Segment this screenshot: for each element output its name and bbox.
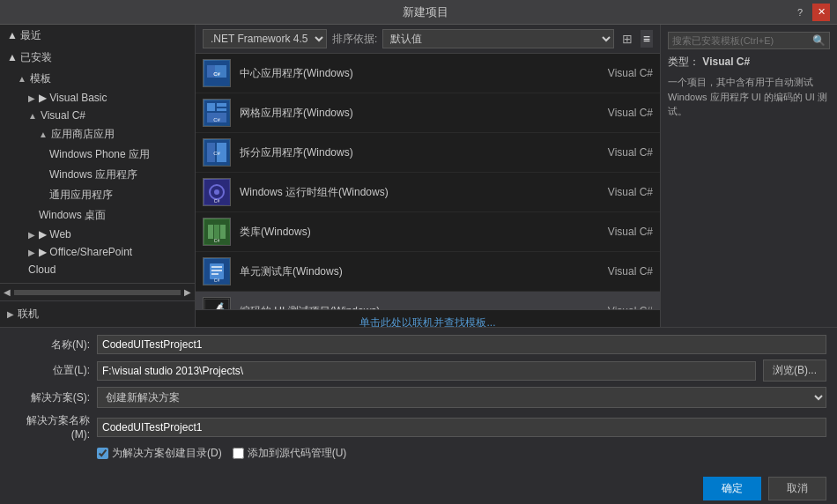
installed-label: ▲ 已安装 — [7, 50, 52, 65]
windows-phone-label: Windows Phone 应用 — [49, 147, 150, 162]
template-item[interactable]: C# 中心应用程序(Windows) Visual C# — [196, 54, 660, 93]
template-lang-1: Visual C# — [608, 107, 653, 119]
template-item[interactable]: C# 单元测试库(Windows) Visual C# — [196, 252, 660, 292]
apps-label: 应用商店应用 — [51, 127, 115, 142]
template-item[interactable]: C# 拆分应用程序(Windows) Visual C# — [196, 133, 660, 173]
svg-text:C#: C# — [214, 198, 220, 204]
type-label: 类型： — [668, 56, 700, 68]
grid-view-button[interactable]: ⊞ — [619, 30, 635, 48]
left-panel: ▲ 最近 ▲ 已安装 ▲ 模板 ▶ ▶ Visual Basic — [0, 25, 196, 327]
type-row: 类型： Visual C# — [668, 55, 830, 70]
name-label: 名称(N): — [11, 337, 90, 352]
type-value: Visual C# — [702, 56, 750, 68]
online-link[interactable]: 单击此处以联机并查找模板... — [359, 316, 495, 327]
svg-point-16 — [214, 189, 219, 195]
svg-rect-26 — [211, 270, 222, 271]
template-lang-4: Visual C# — [608, 226, 653, 238]
tree-online[interactable]: ▶ 联机 — [0, 300, 195, 327]
middle-panel: .NET Framework 4.5 排序依据: 默认值 ⊞ ≡ — [196, 25, 661, 327]
cloud-label: Cloud — [28, 263, 56, 276]
template-icon-coded: 🔬 — [203, 297, 231, 309]
scroll-right-arrow[interactable]: ▶ — [184, 287, 191, 297]
svg-rect-25 — [211, 266, 222, 268]
checkbox-create-dir[interactable]: 为解决方案创建目录(D) — [97, 446, 222, 461]
sort-select[interactable]: 默认值 — [382, 29, 613, 48]
location-label: 位置(L): — [11, 363, 90, 378]
tree-universal-app[interactable]: 通用应用程序 — [0, 185, 195, 205]
tree-recent[interactable]: ▲ 最近 — [0, 25, 195, 47]
right-panel: 🔍 类型： Visual C# 一个项目，其中含有用于自动测试 Windows … — [661, 25, 837, 327]
list-view-button[interactable]: ≡ — [641, 30, 653, 48]
cancel-button[interactable]: 取消 — [768, 477, 826, 500]
svg-rect-27 — [211, 273, 219, 275]
tree-windows-desktop[interactable]: Windows 桌面 — [0, 205, 195, 226]
templates-label: 模板 — [30, 71, 51, 86]
solution-name-input[interactable] — [97, 418, 826, 437]
main-content: ▲ 最近 ▲ 已安装 ▲ 模板 ▶ ▶ Visual Basic — [0, 25, 837, 327]
universal-app-label: 通用应用程序 — [49, 188, 113, 203]
template-lang-0: Visual C# — [608, 67, 653, 79]
middle-footer: 单击此处以联机并查找模板... — [196, 309, 660, 327]
tree-apps[interactable]: ▲ 应用商店应用 — [0, 124, 195, 145]
left-panel-footer: ◀ ▶ — [0, 283, 195, 300]
bottom-form: 名称(N): 位置(L): 浏览(B)... 解决方案(S): 创建新解决方案 … — [0, 327, 837, 471]
source-control-label: 添加到源代码管理(U) — [248, 446, 347, 461]
template-icon-hub: C# — [203, 59, 231, 87]
scroll-left-arrow[interactable]: ◀ — [4, 287, 11, 297]
title-bar-controls: ? ✕ — [791, 4, 830, 21]
tree-windows-phone[interactable]: Windows Phone 应用 — [0, 145, 195, 165]
template-icon-test: C# — [203, 257, 231, 285]
name-input[interactable] — [97, 335, 826, 354]
browse-button[interactable]: 浏览(B)... — [763, 359, 826, 382]
office-arrow: ▶ — [28, 248, 35, 257]
location-input[interactable] — [97, 361, 756, 381]
search-input[interactable] — [672, 35, 812, 46]
source-control-checkbox[interactable] — [233, 448, 244, 459]
close-button[interactable]: ✕ — [812, 4, 830, 21]
tree-web[interactable]: ▶ ▶ Web — [0, 226, 195, 243]
search-icon: 🔍 — [812, 34, 826, 47]
visual-csharp-label: Visual C# — [41, 109, 85, 122]
tree-windows-app[interactable]: Windows 应用程序 — [0, 165, 195, 185]
solution-name-row: 解决方案名称(M): — [11, 413, 826, 441]
title-bar: 新建项目 ? ✕ — [0, 0, 837, 25]
template-icon-lib: C# — [203, 218, 231, 246]
web-arrow: ▶ — [28, 230, 35, 240]
tree-office[interactable]: ▶ ▶ Office/SharePoint — [0, 243, 195, 261]
svg-text:C#: C# — [214, 238, 220, 243]
template-item[interactable]: C# 网格应用程序(Windows) Visual C# — [196, 93, 660, 133]
description-text: 一个项目，其中含有用于自动测试 Windows 应用程序 UI 的编码的 UI … — [668, 75, 830, 320]
template-icon-split: C# — [203, 138, 231, 167]
office-label: ▶ Office/SharePoint — [39, 246, 132, 258]
solution-label: 解决方案(S): — [11, 390, 90, 405]
tree-installed[interactable]: ▲ 已安装 — [0, 47, 195, 69]
dialog-title: 新建项目 — [60, 4, 791, 20]
help-button[interactable]: ? — [791, 4, 809, 21]
template-name-5: 单元测试库(Windows) — [240, 264, 343, 279]
vb-arrow: ▶ — [28, 93, 35, 103]
middle-toolbar: .NET Framework 4.5 排序依据: 默认值 ⊞ ≡ — [196, 25, 660, 54]
svg-rect-7 — [217, 108, 226, 111]
create-dir-checkbox[interactable] — [97, 448, 108, 459]
template-item[interactable]: C# Windows 运行时组件(Windows) Visual C# — [196, 173, 660, 212]
tree-visual-csharp[interactable]: ▲ Visual C# — [0, 107, 195, 124]
online-label: 联机 — [18, 307, 39, 322]
template-name-3: Windows 运行时组件(Windows) — [240, 185, 389, 200]
template-item-coded[interactable]: 🔬 编码的 UI 测试项目(Windows) Visual C# — [196, 292, 660, 309]
template-lang-3: Visual C# — [608, 186, 653, 198]
create-dir-label: 为解决方案创建目录(D) — [112, 446, 222, 461]
template-list: C# 中心应用程序(Windows) Visual C# — [196, 54, 660, 309]
ok-button[interactable]: 确定 — [703, 477, 761, 500]
tree-cloud[interactable]: Cloud — [0, 261, 195, 278]
split-icon-svg: C# — [204, 140, 229, 165]
tree-templates[interactable]: ▲ 模板 — [0, 69, 195, 89]
search-box: 🔍 — [668, 32, 830, 49]
checkbox-source-control[interactable]: 添加到源代码管理(U) — [233, 446, 347, 461]
template-lang-2: Visual C# — [608, 146, 653, 159]
framework-select[interactable]: .NET Framework 4.5 — [203, 29, 327, 48]
solution-select[interactable]: 创建新解决方案 — [97, 387, 826, 408]
svg-text:C#: C# — [213, 151, 220, 156]
tree-visual-basic[interactable]: ▶ ▶ Visual Basic — [0, 89, 195, 107]
template-item[interactable]: C# 类库(Windows) Visual C# — [196, 212, 660, 252]
solution-name-label: 解决方案名称(M): — [11, 413, 90, 441]
